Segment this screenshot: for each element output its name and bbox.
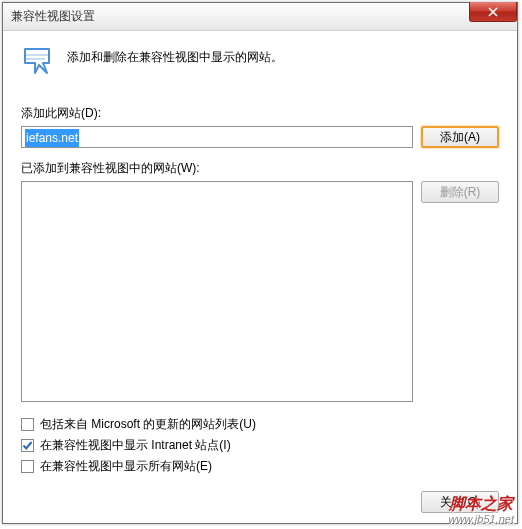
checkbox-label: 在兼容性视图中显示 Intranet 站点(I) [40, 437, 231, 454]
remove-button[interactable]: 删除(R) [421, 181, 499, 203]
add-button[interactable]: 添加(A) [421, 126, 499, 148]
added-list-label: 已添加到兼容性视图中的网站(W): [21, 160, 499, 177]
close-button[interactable]: 关闭(C) [421, 491, 499, 513]
titlebar: 兼容性视图设置 [3, 3, 517, 31]
window-title: 兼容性视图设置 [11, 8, 95, 25]
header-row: 添加和删除在兼容性视图中显示的网站。 [21, 45, 499, 77]
list-row: 删除(R) [21, 181, 499, 402]
close-icon [487, 7, 499, 17]
dialog-content: 添加和删除在兼容性视图中显示的网站。 添加此网站(D): iefans.net … [3, 31, 517, 523]
checkbox-label: 在兼容性视图中显示所有网站(E) [40, 458, 212, 475]
checkbox-microsoft-list[interactable] [21, 418, 34, 431]
compatibility-view-icon [21, 45, 53, 77]
dialog-footer: 关闭(C) [21, 491, 499, 513]
added-websites-listbox[interactable] [21, 181, 413, 402]
checkbox-label: 包括来自 Microsoft 的更新的网站列表(U) [40, 416, 256, 433]
header-description: 添加和删除在兼容性视图中显示的网站。 [67, 45, 283, 66]
checkbox-row-all-websites[interactable]: 在兼容性视图中显示所有网站(E) [21, 458, 499, 475]
add-input-row: iefans.net 添加(A) [21, 126, 499, 148]
dialog-window: 兼容性视图设置 添加和删除在兼容性视图中显示的网站。 添加此网站(D): ief… [2, 2, 518, 524]
add-website-label: 添加此网站(D): [21, 105, 499, 122]
checkbox-row-microsoft-list[interactable]: 包括来自 Microsoft 的更新的网站列表(U) [21, 416, 499, 433]
checkbox-row-intranet[interactable]: 在兼容性视图中显示 Intranet 站点(I) [21, 437, 499, 454]
checkbox-all-websites[interactable] [21, 460, 34, 473]
add-website-input[interactable]: iefans.net [21, 126, 413, 148]
checkbox-intranet[interactable] [21, 439, 34, 452]
close-window-button[interactable] [469, 2, 517, 22]
add-website-input-value: iefans.net [25, 129, 79, 147]
